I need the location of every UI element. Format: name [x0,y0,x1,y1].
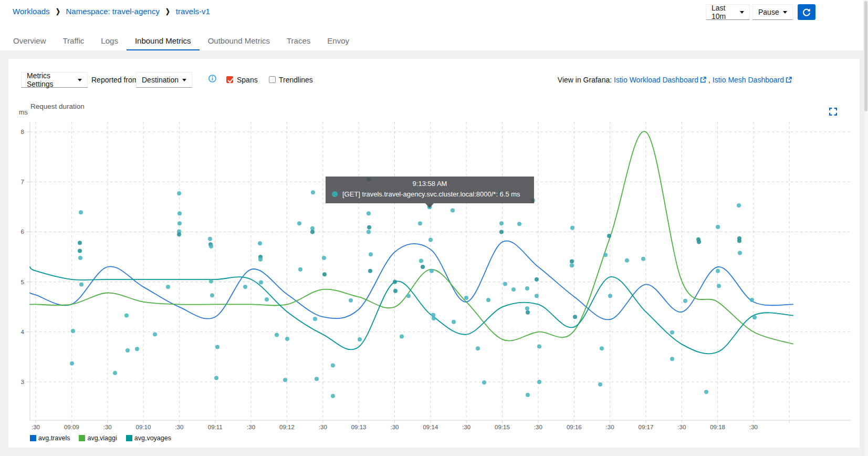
svg-text:7: 7 [21,179,24,185]
svg-text::30: :30 [175,424,183,430]
svg-text:5: 5 [21,279,24,285]
request-duration-chart[interactable]: 876543:3009:09:3009:10:3009:11:3009:12:3… [0,0,868,456]
legend-label: avg,viaggi [87,434,117,442]
svg-text::30: :30 [319,424,327,430]
svg-text:09:18: 09:18 [710,424,725,430]
svg-text:8: 8 [21,129,24,135]
chart-tooltip: 9:13:58 AM [GET] travels.travel-agency.s… [326,177,534,203]
svg-text:4: 4 [21,329,25,335]
tooltip-caret [425,203,434,208]
tooltip-entry: [GET] travels.travel-agency.svc.cluster.… [342,190,520,198]
svg-text::30: :30 [606,424,614,430]
legend-item-viaggi[interactable]: avg,viaggi [79,434,117,442]
svg-text:09:17: 09:17 [639,424,654,430]
svg-text:09:16: 09:16 [567,424,582,430]
legend-label: avg,travels [38,434,70,442]
chart-legend: avg,travels avg,viaggi avg,voyages [30,434,171,442]
svg-text::30: :30 [749,424,758,430]
legend-swatch [79,435,85,441]
svg-text::30: :30 [534,424,542,430]
svg-text::30: :30 [677,424,686,430]
page-scrollbar[interactable] [863,0,868,456]
svg-text:09:12: 09:12 [279,424,295,430]
svg-text:6: 6 [21,229,24,235]
svg-text::30: :30 [103,424,112,430]
legend-item-travels[interactable]: avg,travels [30,434,70,442]
span-dot-icon [332,191,338,197]
svg-text::30: :30 [247,424,255,430]
svg-text:09:09: 09:09 [64,424,79,430]
svg-text:09:13: 09:13 [351,424,367,430]
scrollbar-thumb[interactable] [864,1,867,111]
legend-swatch [126,435,132,441]
svg-text:09:10: 09:10 [136,424,151,430]
svg-text:09:14: 09:14 [423,424,438,430]
legend-swatch [30,435,36,441]
svg-text::30: :30 [462,424,470,430]
svg-text::30: :30 [391,424,399,430]
svg-text:3: 3 [21,379,24,385]
svg-text:09:15: 09:15 [495,424,510,430]
legend-item-voyages[interactable]: avg,voyages [126,434,171,442]
legend-label: avg,voyages [134,434,171,442]
svg-text::30: :30 [32,424,40,430]
svg-text:09:11: 09:11 [208,424,223,430]
tooltip-time: 9:13:58 AM [326,180,534,188]
